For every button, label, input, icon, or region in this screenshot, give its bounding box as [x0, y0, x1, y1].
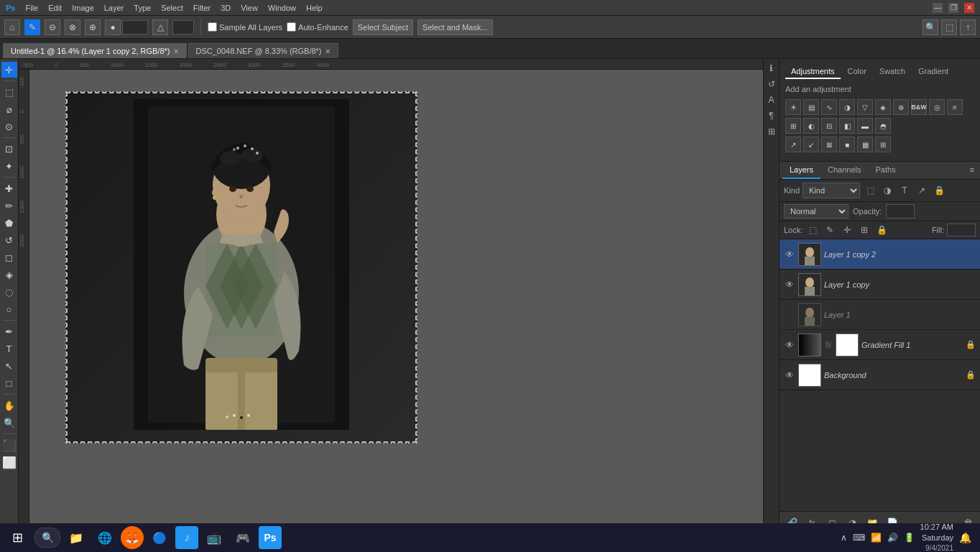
- share-icon[interactable]: ↑: [960, 19, 976, 35]
- menu-help[interactable]: Help: [306, 4, 323, 12]
- menu-3d[interactable]: 3D: [221, 4, 231, 12]
- channel-mixer-icon[interactable]: ≡: [947, 99, 963, 115]
- select-mask-button[interactable]: Select and Mask...: [417, 19, 493, 35]
- paragraph-icon[interactable]: ¶: [765, 109, 778, 122]
- taskbar-search[interactable]: 🔍: [34, 528, 60, 548]
- ps-logo[interactable]: Ps: [6, 4, 15, 12]
- menu-window[interactable]: Window: [268, 4, 296, 12]
- menu-file[interactable]: File: [25, 4, 38, 12]
- bw-icon[interactable]: B&W: [911, 99, 927, 115]
- lasso-intersect-icon[interactable]: ⊗: [65, 19, 80, 35]
- info-icon[interactable]: ℹ: [765, 62, 778, 75]
- taskbar-app-chrome[interactable]: 🔵: [147, 525, 172, 551]
- unsharp-icon[interactable]: ↙: [803, 137, 819, 152]
- zoom-tool[interactable]: 🔍: [1, 415, 17, 431]
- quick-select-tool[interactable]: ⊙: [1, 119, 17, 134]
- close-button[interactable]: ✕: [964, 3, 974, 13]
- lasso-subtract-icon[interactable]: ⊖: [45, 19, 60, 35]
- taskbar-app-edge[interactable]: 🌐: [92, 525, 118, 551]
- brush-tool[interactable]: ✏: [1, 198, 17, 213]
- solid-color-icon[interactable]: ■: [839, 137, 855, 152]
- menu-layer[interactable]: Layer: [104, 4, 124, 12]
- taskbar-app-game[interactable]: 🎮: [230, 525, 256, 551]
- taskbar-app-music[interactable]: ♪: [175, 526, 198, 549]
- layers-tab-channels[interactable]: Channels: [820, 162, 868, 179]
- layer-eye-1[interactable]: [784, 309, 795, 321]
- lock-all-icon[interactable]: 🔒: [874, 223, 889, 237]
- blur-tool[interactable]: ◌: [1, 284, 17, 300]
- opacity-input[interactable]: 100%: [886, 204, 915, 218]
- menu-select[interactable]: Select: [161, 4, 183, 12]
- angle-icon[interactable]: △: [152, 19, 168, 35]
- lock-move-icon[interactable]: ✛: [840, 223, 854, 237]
- path-select-tool[interactable]: ↖: [1, 358, 17, 374]
- color-lookup-icon[interactable]: ⊞: [785, 118, 801, 134]
- menu-edit[interactable]: Edit: [48, 4, 62, 12]
- filter-type-icon[interactable]: T: [897, 183, 912, 198]
- type-tool[interactable]: T: [1, 341, 17, 356]
- pen-tool[interactable]: ✒: [1, 323, 17, 339]
- threshold-icon[interactable]: ◧: [839, 118, 855, 134]
- fill-input[interactable]: 100%: [947, 224, 976, 236]
- hsl-icon[interactable]: ◈: [875, 99, 891, 115]
- marquee-tool[interactable]: ⬚: [1, 84, 17, 100]
- layer-eye-copy[interactable]: 👁: [784, 279, 795, 290]
- layer-eye-background[interactable]: 👁: [784, 369, 795, 381]
- maximize-button[interactable]: ❐: [948, 3, 958, 13]
- photo-filter-icon[interactable]: ◎: [929, 99, 945, 115]
- start-button[interactable]: ⊞: [3, 525, 32, 551]
- auto-enhance-checkbox[interactable]: [287, 22, 296, 32]
- brush-tool-icon[interactable]: ✎: [24, 19, 40, 35]
- angle-input[interactable]: 0°: [172, 20, 194, 34]
- filter-adjust-icon[interactable]: ◑: [880, 183, 895, 198]
- brightness-contrast-icon[interactable]: ☀: [785, 99, 801, 115]
- layer-eye-copy2[interactable]: 👁: [784, 249, 795, 260]
- screen-mode-icon[interactable]: ⬚: [941, 19, 957, 35]
- taskbar-wifi-icon[interactable]: 📶: [871, 533, 882, 543]
- layers-tab-paths[interactable]: Paths: [869, 162, 903, 179]
- tab-close-untitled[interactable]: ✕: [173, 47, 179, 55]
- taskbar-keyboard-icon[interactable]: ⌨: [853, 533, 865, 543]
- taskbar-arrow-icon[interactable]: ∧: [841, 533, 847, 543]
- sample-all-layers-label[interactable]: Sample All Layers: [208, 22, 282, 32]
- tab-color[interactable]: Color: [842, 65, 872, 79]
- taskbar-battery-icon[interactable]: 🔋: [904, 533, 915, 543]
- search-icon[interactable]: 🔍: [923, 19, 938, 35]
- color-balance-icon[interactable]: ⊕: [893, 99, 909, 115]
- taskbar-time[interactable]: 10:27 AM Saturday 9/4/2021: [920, 522, 953, 552]
- gradient-map-icon[interactable]: ▬: [857, 118, 873, 134]
- layer-row-copy2[interactable]: 👁 Layer 1 copy 2: [780, 239, 980, 270]
- gradient2-icon[interactable]: ▦: [857, 137, 873, 152]
- home-icon[interactable]: ⌂: [4, 19, 20, 35]
- posterize-icon[interactable]: ⊟: [821, 118, 837, 134]
- blend-mode-select[interactable]: Normal Dissolve Multiply Screen Overlay: [784, 204, 849, 218]
- lock-artboard-icon[interactable]: ⊞: [857, 223, 872, 237]
- layers-tab-layers[interactable]: Layers: [782, 162, 820, 179]
- taskbar-notification-icon[interactable]: 🔔: [959, 532, 971, 543]
- sample-all-layers-checkbox[interactable]: [208, 22, 217, 32]
- move-tool[interactable]: ✛: [1, 62, 17, 78]
- invert-icon[interactable]: ◐: [803, 118, 819, 134]
- filter-shape-icon[interactable]: ↗: [915, 183, 929, 198]
- exposure-icon[interactable]: ◑: [839, 99, 855, 115]
- taskbar-app-firefox[interactable]: 🦊: [121, 526, 144, 549]
- layers-panel-menu[interactable]: ≡: [967, 162, 977, 179]
- stamp-tool[interactable]: ⬟: [1, 215, 17, 231]
- shape-tool[interactable]: □: [1, 375, 17, 391]
- eyedropper-tool[interactable]: ✦: [1, 158, 17, 174]
- layer-chain-gradient[interactable]: ⛓: [824, 341, 833, 349]
- pattern-icon[interactable]: ⊠: [821, 137, 837, 152]
- auto-enhance-label[interactable]: Auto-Enhance: [287, 22, 348, 32]
- tab-close-dsc[interactable]: ✕: [325, 47, 330, 55]
- lasso-add-icon[interactable]: ⊕: [85, 19, 101, 35]
- crop-tool[interactable]: ⊡: [1, 141, 17, 157]
- layer-row-copy[interactable]: 👁 Layer 1 copy: [780, 270, 980, 300]
- foreground-color[interactable]: ⬛: [1, 437, 17, 453]
- brush-size-input[interactable]: 10: [122, 20, 148, 34]
- smart-sharpen-icon[interactable]: ↗: [785, 137, 801, 152]
- eraser-tool[interactable]: ◻: [1, 249, 17, 265]
- char-icon[interactable]: A: [765, 93, 778, 106]
- filter-pixel-icon[interactable]: ⬚: [863, 183, 877, 198]
- taskbar-volume-icon[interactable]: 🔊: [887, 533, 898, 543]
- history-icon[interactable]: ↺: [765, 78, 778, 91]
